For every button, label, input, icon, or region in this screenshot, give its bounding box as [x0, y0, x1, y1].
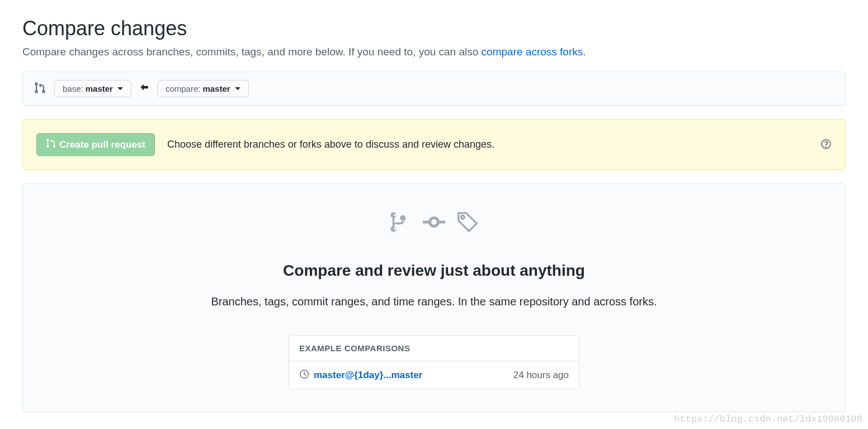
subtitle-suffix: .: [583, 46, 586, 58]
example-comparisons-header: EXAMPLE COMPARISONS: [289, 336, 579, 361]
help-banner-text: Choose different branches or forks above…: [167, 139, 494, 150]
base-label: base:: [63, 84, 83, 93]
svg-point-0: [461, 215, 464, 219]
empty-state-icons: [45, 211, 823, 235]
chevron-down-icon: [117, 87, 123, 90]
empty-state-title: Compare and review just about anything: [45, 262, 823, 280]
git-compare-icon: [34, 82, 46, 96]
clock-icon: [299, 369, 309, 381]
page-subtitle: Compare changes across branches, commits…: [22, 46, 846, 58]
compare-across-forks-link[interactable]: compare across forks: [482, 46, 583, 58]
help-banner: Create pull request Choose different bra…: [22, 119, 846, 170]
range-editor: base: master compare: master: [22, 72, 846, 106]
create-pull-request-button[interactable]: Create pull request: [36, 133, 155, 156]
subtitle-prefix: Compare changes across branches, commits…: [22, 46, 482, 58]
commit-icon: [423, 211, 445, 235]
arrow-left-icon: [139, 82, 149, 95]
watermark: https://blog.csdn.net/ldx19980108: [674, 414, 862, 425]
example-row: master@{1day}...master 24 hours ago: [289, 361, 579, 389]
empty-state-desc: Branches, tags, commit ranges, and time …: [45, 295, 823, 308]
git-pull-request-icon: [46, 138, 56, 151]
base-value: master: [86, 84, 113, 93]
example-comparisons-box: EXAMPLE COMPARISONS master@{1day}...mast…: [289, 335, 579, 389]
compare-value: master: [202, 84, 230, 93]
example-time: 24 hours ago: [513, 370, 569, 381]
empty-state: Compare and review just about anything B…: [22, 183, 846, 412]
tag-icon: [456, 211, 479, 235]
page-title: Compare changes: [22, 17, 846, 40]
compare-label: compare:: [166, 84, 201, 93]
help-icon[interactable]: [820, 138, 832, 151]
chevron-down-icon: [235, 87, 240, 90]
example-comparison-link[interactable]: master@{1day}...master: [314, 370, 422, 381]
branch-icon: [389, 211, 412, 235]
compare-branch-select[interactable]: compare: master: [157, 80, 249, 97]
base-branch-select[interactable]: base: master: [54, 80, 131, 97]
create-pr-label: Create pull request: [59, 139, 145, 150]
